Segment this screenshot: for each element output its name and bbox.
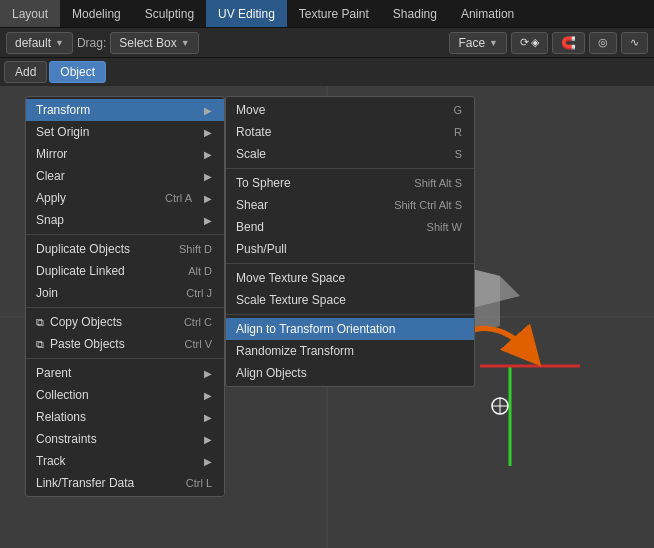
divider — [226, 314, 474, 315]
context-menu: Transform ▶ Set Origin ▶ Mirror ▶ Clear … — [25, 96, 225, 497]
proportional-toggle[interactable]: ◎ — [589, 32, 617, 54]
submenu-arrow-icon: ▶ — [204, 434, 212, 445]
submenu-arrow-icon: ▶ — [204, 215, 212, 226]
menu-item-apply[interactable]: Apply Ctrl A ▶ — [26, 187, 224, 209]
menu-item-track[interactable]: Track ▶ — [26, 450, 224, 472]
object-button[interactable]: Object — [49, 61, 106, 83]
submenu-item-bend[interactable]: Bend Shift W — [226, 216, 474, 238]
menu-item-constraints[interactable]: Constraints ▶ — [26, 428, 224, 450]
submenu-item-push-pull[interactable]: Push/Pull — [226, 238, 474, 260]
chevron-down-icon: ▼ — [489, 38, 498, 48]
menu-animation[interactable]: Animation — [449, 0, 526, 27]
menu-shading[interactable]: Shading — [381, 0, 449, 27]
submenu-item-move[interactable]: Move G — [226, 99, 474, 121]
menu-item-set-origin[interactable]: Set Origin ▶ — [26, 121, 224, 143]
toolbar: default ▼ Drag: Select Box ▼ Face ▼ ⟳ ◈ … — [0, 28, 654, 58]
submenu-arrow-icon: ▶ — [204, 412, 212, 423]
menu-item-collection[interactable]: Collection ▶ — [26, 384, 224, 406]
divider — [26, 234, 224, 235]
menu-layout[interactable]: Layout — [0, 0, 60, 27]
submenu-arrow-icon: ▶ — [204, 149, 212, 160]
menu-uv-editing[interactable]: UV Editing — [206, 0, 287, 27]
submenu-arrow-icon: ▶ — [204, 105, 212, 116]
graph-icon: ∿ — [630, 36, 639, 49]
viewport: Transform ▶ Set Origin ▶ Mirror ▶ Clear … — [0, 86, 654, 548]
menu-item-paste-objects[interactable]: ⧉ Paste Objects Ctrl V — [26, 333, 224, 355]
top-menubar: Layout Modeling Sculpting UV Editing Tex… — [0, 0, 654, 28]
submenu-arrow-icon: ▶ — [204, 456, 212, 467]
divider — [26, 307, 224, 308]
menu-item-duplicate-objects[interactable]: Duplicate Objects Shift D — [26, 238, 224, 260]
divider — [226, 168, 474, 169]
submenu-item-randomize-transform[interactable]: Randomize Transform — [226, 340, 474, 362]
divider — [26, 358, 224, 359]
paste-icon: ⧉ — [36, 338, 44, 351]
face-dropdown[interactable]: Face ▼ — [449, 32, 507, 54]
submenu-item-shear[interactable]: Shear Shift Ctrl Alt S — [226, 194, 474, 216]
submenu-arrow-icon: ▶ — [204, 171, 212, 182]
submenu-item-rotate[interactable]: Rotate R — [226, 121, 474, 143]
add-button[interactable]: Add — [4, 61, 47, 83]
menu-modeling[interactable]: Modeling — [60, 0, 133, 27]
menu-item-duplicate-linked[interactable]: Duplicate Linked Alt D — [26, 260, 224, 282]
select-mode-dropdown[interactable]: Select Box ▼ — [110, 32, 198, 54]
transform-submenu: Move G Rotate R Scale S To Sphere Shift … — [225, 96, 475, 387]
menu-item-clear[interactable]: Clear ▶ — [26, 165, 224, 187]
chevron-down-icon: ▼ — [55, 38, 64, 48]
default-dropdown[interactable]: default ▼ — [6, 32, 73, 54]
submenu-item-move-texture-space[interactable]: Move Texture Space — [226, 267, 474, 289]
menu-item-mirror[interactable]: Mirror ▶ — [26, 143, 224, 165]
pivot-icon: ◈ — [531, 36, 539, 49]
menu-sculpting[interactable]: Sculpting — [133, 0, 206, 27]
submenu-arrow-icon: ▶ — [204, 368, 212, 379]
magnet-icon: 🧲 — [561, 36, 576, 50]
menu-item-link-transfer[interactable]: Link/Transfer Data Ctrl L — [26, 472, 224, 494]
chevron-down-icon: ▼ — [181, 38, 190, 48]
submenu-item-align-objects[interactable]: Align Objects — [226, 362, 474, 384]
submenu-item-align-transform[interactable]: Align to Transform Orientation — [226, 318, 474, 340]
header-row: Add Object — [0, 58, 654, 86]
orient-icon: ⟳ — [520, 36, 529, 49]
submenu-item-scale-texture-space[interactable]: Scale Texture Space — [226, 289, 474, 311]
snap-toggle[interactable]: 🧲 — [552, 32, 585, 54]
transform-icons[interactable]: ⟳ ◈ — [511, 32, 548, 54]
drag-label: Drag: — [77, 36, 106, 50]
proportional-icon: ◎ — [598, 36, 608, 49]
menu-texture-paint[interactable]: Texture Paint — [287, 0, 381, 27]
divider — [226, 263, 474, 264]
submenu-arrow-icon: ▶ — [204, 193, 212, 204]
graph-icon-btn[interactable]: ∿ — [621, 32, 648, 54]
menu-item-snap[interactable]: Snap ▶ — [26, 209, 224, 231]
menu-item-copy-objects[interactable]: ⧉ Copy Objects Ctrl C — [26, 311, 224, 333]
submenu-item-scale[interactable]: Scale S — [226, 143, 474, 165]
menu-item-relations[interactable]: Relations ▶ — [26, 406, 224, 428]
menu-item-parent[interactable]: Parent ▶ — [26, 362, 224, 384]
copy-icon: ⧉ — [36, 316, 44, 329]
submenu-arrow-icon: ▶ — [204, 390, 212, 401]
menu-item-join[interactable]: Join Ctrl J — [26, 282, 224, 304]
submenu-arrow-icon: ▶ — [204, 127, 212, 138]
submenu-item-to-sphere[interactable]: To Sphere Shift Alt S — [226, 172, 474, 194]
menu-item-transform[interactable]: Transform ▶ — [26, 99, 224, 121]
